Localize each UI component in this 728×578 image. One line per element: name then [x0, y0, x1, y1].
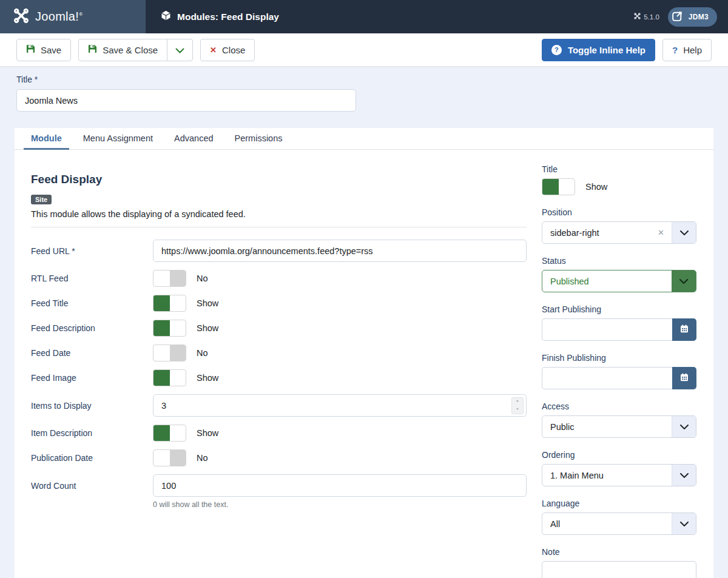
user-badge-label: JDM3 — [689, 13, 709, 21]
close-button[interactable]: ✕ Close — [200, 39, 255, 61]
rtl-feed-row: RTL Feed No — [31, 270, 527, 287]
status-select[interactable]: Published — [542, 270, 696, 292]
finish-publishing-label: Finish Publishing — [542, 353, 696, 363]
save-floppy-icon — [26, 44, 35, 55]
feed-image-row: Feed Image Show — [31, 369, 527, 386]
publication-date-label: Publication Date — [31, 453, 153, 463]
main-column: Feed Display Site This module allows the… — [31, 164, 527, 578]
save-options-dropdown-button[interactable] — [167, 39, 193, 61]
show-title-toggle[interactable] — [542, 178, 575, 195]
tab-module[interactable]: Module — [24, 128, 69, 150]
page-title: Modules: Feed Display — [177, 12, 279, 22]
side-column: Title Show Position sidebar-right ✕ Stat… — [542, 164, 696, 578]
feed-url-input[interactable] — [153, 240, 527, 262]
item-description-row: Item Description Show — [31, 425, 527, 442]
feed-date-label: Feed Date — [31, 348, 153, 358]
access-group: Access Public — [542, 402, 696, 438]
chevron-down-icon — [672, 513, 696, 534]
tab-advanced[interactable]: Advanced — [167, 128, 221, 150]
publication-date-toggle[interactable] — [153, 449, 186, 466]
status-group: Status Published — [542, 256, 696, 292]
toolbar-left: Save Save & Close — [16, 39, 255, 61]
joomla-logo-icon — [13, 8, 29, 26]
toolbar-right: ? Toggle Inline Help ? Help — [542, 39, 712, 61]
ordering-value: 1. Main Menu — [542, 471, 672, 480]
feed-description-state: Show — [197, 323, 218, 333]
number-stepper[interactable]: ⌃⌄ — [511, 397, 524, 414]
language-value: All — [542, 519, 672, 529]
finish-publishing-input[interactable] — [542, 367, 672, 389]
rtl-feed-state: No — [197, 274, 208, 283]
joomla-logo-block[interactable]: Joomla!® — [0, 0, 146, 33]
save-button[interactable]: Save — [16, 39, 71, 61]
feed-url-label: Feed URL * — [31, 246, 153, 256]
item-description-toggle[interactable] — [153, 425, 186, 442]
language-select[interactable]: All — [542, 512, 696, 535]
status-label: Status — [542, 256, 696, 266]
feed-date-toggle[interactable] — [153, 344, 186, 361]
show-title-state: Show — [585, 182, 607, 192]
position-value: sidebar-right — [542, 228, 658, 238]
save-close-group: Save & Close — [78, 39, 193, 61]
joomla-version-icon — [634, 13, 641, 21]
items-to-display-row: Items to Display ⌃⌄ — [31, 394, 527, 417]
status-value: Published — [542, 277, 672, 286]
ordering-label: Ordering — [542, 450, 696, 460]
feed-description-label: Feed Description — [31, 323, 153, 333]
access-select[interactable]: Public — [542, 415, 696, 438]
ordering-select[interactable]: 1. Main Menu — [542, 464, 696, 486]
feed-description-toggle[interactable] — [153, 320, 186, 337]
feed-image-state: Show — [197, 373, 218, 383]
start-publishing-input[interactable] — [542, 318, 672, 341]
language-label: Language — [542, 499, 696, 508]
word-count-help: 0 will show all the text. — [153, 500, 527, 509]
feed-image-toggle[interactable] — [153, 369, 186, 386]
item-description-state: Show — [197, 428, 218, 438]
finish-publishing-group: Finish Publishing — [542, 353, 696, 389]
external-link-icon — [671, 10, 684, 24]
user-menu-button[interactable]: JDM3 — [668, 7, 717, 27]
clear-position-icon[interactable]: ✕ — [658, 228, 664, 237]
help-button[interactable]: ? Help — [662, 39, 712, 61]
position-select[interactable]: sidebar-right ✕ — [542, 221, 696, 244]
question-mark-icon: ? — [672, 45, 678, 55]
word-count-input[interactable] — [153, 474, 527, 497]
access-value: Public — [542, 422, 672, 432]
help-circle-icon: ? — [551, 45, 562, 55]
access-label: Access — [542, 402, 696, 411]
feed-title-row: Feed Title Show — [31, 295, 527, 312]
note-input[interactable] — [542, 561, 696, 578]
publication-date-state: No — [197, 453, 208, 463]
feed-image-label: Feed Image — [31, 373, 153, 383]
chevron-down-icon — [672, 465, 696, 486]
version-label: 5.1.0 — [634, 13, 659, 21]
toolbar: Save Save & Close — [0, 33, 728, 67]
module-cube-icon — [161, 10, 171, 23]
tab-bar: Module Menu Assignment Advanced Permissi… — [15, 128, 713, 150]
title-label: Title * — [16, 75, 712, 84]
start-publishing-label: Start Publishing — [542, 304, 696, 314]
chevron-down-icon — [672, 271, 696, 292]
publication-date-row: Publication Date No — [31, 449, 527, 466]
site-badge: Site — [31, 195, 52, 204]
module-heading: Feed Display — [31, 173, 527, 186]
tab-permissions[interactable]: Permissions — [228, 128, 290, 150]
module-description: This module allows the displaying of a s… — [31, 209, 527, 219]
feed-title-toggle[interactable] — [153, 295, 186, 312]
word-count-label: Word Count — [31, 481, 153, 491]
feed-title-state: Show — [197, 298, 218, 308]
item-description-label: Item Description — [31, 428, 153, 438]
feed-description-row: Feed Description Show — [31, 320, 527, 337]
topbar-right: 5.1.0 JDM3 — [634, 0, 728, 33]
page-head: Modules: Feed Display — [146, 0, 279, 33]
rtl-feed-toggle[interactable] — [153, 270, 186, 287]
toggle-inline-help-button[interactable]: ? Toggle Inline Help — [542, 39, 655, 61]
items-to-display-input[interactable] — [153, 394, 527, 417]
feed-date-row: Feed Date No — [31, 344, 527, 361]
save-and-close-button[interactable]: Save & Close — [78, 39, 167, 61]
finish-publishing-calendar-button[interactable] — [672, 367, 696, 389]
start-publishing-calendar-button[interactable] — [672, 318, 696, 341]
tab-menu-assignment[interactable]: Menu Assignment — [76, 128, 160, 150]
divider — [31, 227, 527, 227]
title-input[interactable] — [16, 89, 356, 112]
